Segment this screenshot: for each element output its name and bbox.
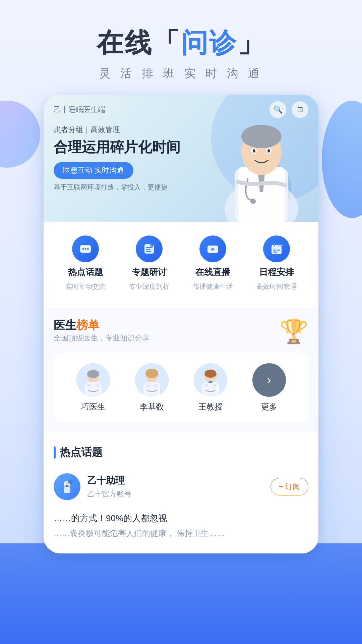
svg-point-44 (146, 384, 149, 387)
topics-indicator (54, 446, 56, 459)
svg-rect-43 (144, 382, 159, 397)
feature-label-2: 专题研讨 (132, 266, 167, 278)
doctor-avatar-3 (194, 363, 227, 397)
ranking-desc: 全国顶级医生，专业知识分享 (54, 333, 149, 343)
ranking-card: 巧医生 (54, 353, 308, 422)
more-doctors-item[interactable]: › 更多 (252, 363, 286, 412)
banner-badge[interactable]: 医患互动 实时沟通 (54, 162, 133, 179)
svg-point-13 (85, 248, 86, 250)
banner-section: 乙十睡眠医生端 🔍 ⊡ 患者分组｜高效管理 合理运用碎片化时间 医患互动 实时沟… (44, 95, 318, 222)
doctor-name-3: 王教授 (198, 401, 223, 412)
more-button[interactable]: › (252, 363, 286, 397)
svg-text:≡: ≡ (151, 244, 153, 247)
svg-point-38 (96, 384, 99, 387)
banner-desc: 基于互联网环境打造，零投入，更便捷 (54, 183, 308, 192)
svg-rect-36 (86, 382, 101, 397)
svg-point-10 (250, 199, 256, 204)
topic-item-assistant: + 乙十助理 乙十官方账号 + 订阅 (54, 468, 308, 505)
doctor-avatar-2 (135, 363, 169, 397)
svg-rect-51 (208, 381, 213, 383)
topics-header: 热点话题 (54, 445, 308, 460)
ranking-section: 医生榜单 全国顶级医生，专业知识分享 🏆 (44, 308, 318, 432)
feature-sublabel-1: 实时互动交流 (65, 282, 106, 291)
svg-point-52 (205, 384, 208, 387)
svg-rect-25 (278, 244, 279, 247)
banner-content: 患者分组｜高效管理 合理运用碎片化时间 医患互动 实时沟通 基于互联网环境打造，… (44, 118, 318, 199)
ranking-title-part1: 医生 (54, 319, 76, 331)
svg-rect-29 (273, 252, 277, 253)
topics-title: 热点话题 (60, 445, 103, 460)
header-section: 在线「问诊」 灵 活 排 班 实 时 沟 通 (0, 0, 362, 95)
topic-preview-title: ……的方式！90%的人都忽视 (54, 512, 308, 524)
svg-point-37 (87, 384, 91, 387)
page-title: 在线「问诊」 (0, 27, 362, 59)
page-subtitle: 灵 活 排 班 实 时 沟 通 (0, 66, 362, 81)
doctor-item-2[interactable]: 李基数 (135, 363, 169, 412)
ranking-header: 医生榜单 全国顶级医生，专业知识分享 🏆 (54, 318, 308, 351)
svg-rect-50 (203, 382, 218, 397)
svg-point-12 (82, 248, 84, 250)
feature-live[interactable]: 在线直播 传播健康生活 (186, 235, 240, 291)
doctor-item-3[interactable]: 王教授 (194, 363, 227, 412)
svg-point-45 (154, 384, 158, 387)
schedule-icon: + (263, 235, 290, 262)
feature-seminar[interactable]: ≡ 专题研讨 专业深度剖析 (122, 235, 176, 291)
seminar-icon: ≡ (136, 235, 163, 262)
svg-rect-17 (146, 249, 150, 250)
banner-icons: 🔍 ⊡ (269, 101, 308, 118)
bg-decoration-right (322, 101, 362, 218)
ranking-title: 医生榜单 (54, 318, 149, 333)
banner-top-bar: 乙十睡眠医生端 🔍 ⊡ (44, 95, 318, 118)
svg-rect-18 (146, 251, 152, 252)
doctor-item-1[interactable]: 巧医生 (76, 363, 110, 412)
svg-point-14 (87, 248, 89, 250)
svg-rect-26 (272, 248, 282, 249)
doctor-name-1: 巧医生 (81, 401, 105, 412)
feature-sublabel-3: 传播健康生活 (193, 282, 233, 291)
title-part1: 在线「 (97, 28, 181, 58)
svg-point-48 (204, 370, 217, 378)
more-label: 更多 (261, 401, 277, 412)
bg-decoration-left (0, 101, 40, 168)
topic-preview: ……的方式！90%的人都忽视 ……囊炎极可能危害人们的健康， 保持卫生…… (54, 505, 308, 543)
search-icon[interactable]: 🔍 (269, 101, 286, 118)
features-section: 热点话题 实时互动交流 ≡ 专题研讨 专业深度剖析 (44, 222, 318, 305)
topic-account: 乙十官方账号 (87, 489, 264, 499)
banner-tag: 患者分组｜高效管理 (54, 125, 308, 135)
svg-point-41 (145, 369, 158, 378)
feature-label-1: 热点话题 (68, 266, 103, 278)
topic-name: 乙十助理 (87, 474, 264, 487)
live-icon (199, 235, 226, 262)
feature-hot-topics[interactable]: 热点话题 实时互动交流 (59, 235, 112, 291)
feature-schedule[interactable]: + 日程安排 高效时间管理 (250, 235, 303, 291)
feature-sublabel-4: 高效时间管理 (256, 282, 297, 291)
topic-info: 乙十助理 乙十官方账号 (87, 474, 264, 499)
topic-avatar: + (54, 473, 80, 500)
doctor-name-2: 李基数 (140, 401, 164, 412)
ranking-title-block: 医生榜单 全国顶级医生，专业知识分享 (54, 318, 149, 351)
banner-main-title: 合理运用碎片化时间 (54, 138, 181, 157)
svg-rect-28 (277, 250, 280, 251)
svg-point-53 (213, 384, 216, 387)
scan-icon[interactable]: ⊡ (292, 101, 308, 118)
phone-mockup-container: 乙十睡眠医生端 🔍 ⊡ 患者分组｜高效管理 合理运用碎片化时间 医患互动 实时沟… (44, 95, 318, 553)
title-highlight: 问诊 (181, 28, 237, 58)
doctor-avatar-1 (76, 363, 110, 397)
svg-rect-27 (273, 250, 276, 251)
title-part2: 」 (237, 28, 265, 58)
svg-rect-23 (272, 245, 282, 254)
topic-preview-content: ……囊炎极可能危害人们的健康， 保持卫生…… (54, 527, 308, 540)
subscribe-button[interactable]: + 订阅 (270, 478, 308, 495)
feature-label-4: 日程安排 (259, 266, 294, 278)
svg-rect-57 (64, 487, 70, 493)
bg-bottom-gradient (0, 543, 362, 644)
svg-text:+: + (281, 244, 283, 247)
svg-point-34 (87, 370, 99, 378)
phone-mockup: 乙十睡眠医生端 🔍 ⊡ 患者分组｜高效管理 合理运用碎片化时间 医患互动 实时沟… (44, 95, 318, 553)
trophy-icon: 🏆 (279, 318, 308, 345)
ranking-title-highlight: 榜单 (76, 319, 99, 331)
hot-topics-icon (72, 235, 99, 262)
svg-rect-58 (65, 485, 69, 487)
svg-text:+: + (69, 481, 71, 484)
app-name: 乙十睡眠医生端 (54, 105, 105, 115)
